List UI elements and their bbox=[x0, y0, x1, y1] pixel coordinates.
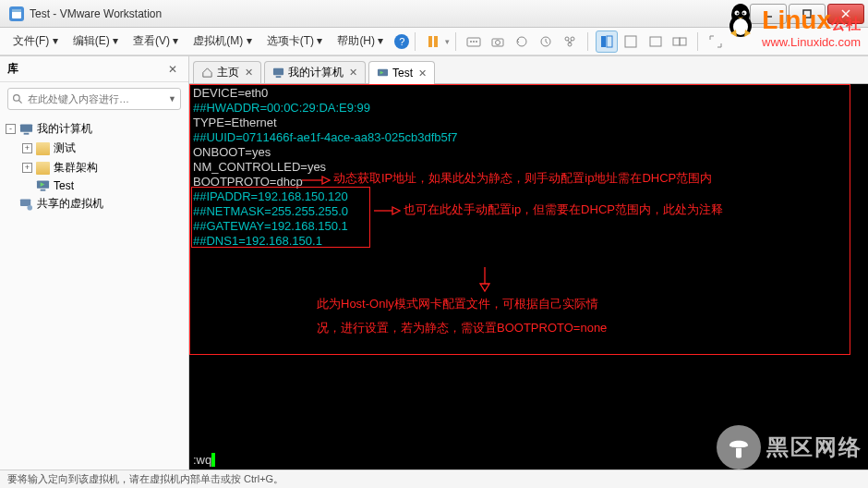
sidebar-close-button[interactable]: ✕ bbox=[164, 63, 181, 76]
folder-icon bbox=[36, 142, 50, 155]
terminal-line: DEVICE=eth0 bbox=[193, 86, 864, 101]
arrow-icon bbox=[302, 174, 330, 190]
svg-rect-37 bbox=[273, 68, 283, 75]
watermark-linux: Linux公社 www.Linuxidc.com bbox=[723, 2, 861, 49]
svg-rect-33 bbox=[41, 189, 46, 191]
svg-point-36 bbox=[27, 204, 32, 210]
tree-my-computer[interactable]: - 我的计算机 bbox=[6, 119, 183, 139]
tab-close-icon[interactable]: ✕ bbox=[349, 67, 357, 79]
terminal-line: ONBOOT=yes bbox=[193, 145, 864, 160]
sidebar-search[interactable]: ▼ bbox=[7, 88, 181, 110]
tree-folder-cluster[interactable]: + 集群架构 bbox=[22, 158, 183, 177]
svg-point-28 bbox=[14, 94, 20, 101]
svg-marker-46 bbox=[480, 284, 489, 291]
terminal-line: ##UUID=0711466f-ae1f-4ace-aa83-025cb3dfb… bbox=[193, 130, 864, 145]
svg-rect-24 bbox=[625, 36, 636, 47]
status-bar: 要将输入定向到该虚拟机，请在虚拟机内部单击或按 Ctrl+G。 bbox=[0, 470, 868, 488]
view-console-button[interactable] bbox=[620, 30, 642, 53]
menu-vm[interactable]: 虚拟机(M) ▾ bbox=[186, 30, 259, 53]
monitor-icon bbox=[19, 123, 33, 136]
svg-rect-26 bbox=[673, 38, 680, 45]
menu-edit[interactable]: 编辑(E) ▾ bbox=[66, 30, 126, 53]
svg-rect-27 bbox=[680, 38, 686, 45]
app-icon bbox=[9, 6, 24, 21]
vm-icon bbox=[36, 179, 50, 192]
vm-tree: - 我的计算机 + 测试 + 集群架构 Test bbox=[0, 116, 188, 217]
terminal-command-line: :wq bbox=[193, 453, 215, 468]
mushroom-icon bbox=[717, 425, 761, 470]
send-key-button[interactable] bbox=[463, 30, 485, 53]
svg-point-52 bbox=[737, 13, 739, 15]
expander-icon[interactable]: - bbox=[6, 124, 16, 134]
menu-file[interactable]: 文件(F) ▾ bbox=[6, 30, 66, 53]
annotation-note3b: 况，进行设置，若为静态，需设置BOOTPROTO=none bbox=[317, 321, 607, 336]
window-title: Test - VMware Workstation bbox=[30, 7, 748, 20]
watermark-heiqu: 黑区网络 bbox=[717, 425, 862, 470]
svg-point-12 bbox=[476, 41, 477, 43]
tab-close-icon[interactable]: ✕ bbox=[418, 67, 427, 79]
sidebar-title: 库 bbox=[7, 61, 18, 77]
fullscreen-button[interactable] bbox=[645, 30, 667, 53]
terminal-console[interactable]: DEVICE=eth0##HWADDR=00:0C:29:DA:E9:99TYP… bbox=[189, 84, 868, 470]
view-thumbnail-button[interactable] bbox=[596, 30, 618, 53]
svg-rect-23 bbox=[607, 36, 612, 47]
unity-button[interactable] bbox=[669, 30, 691, 53]
tab-close-icon[interactable]: ✕ bbox=[245, 67, 253, 79]
tab-test[interactable]: Test ✕ bbox=[368, 61, 435, 84]
svg-marker-42 bbox=[322, 177, 330, 184]
annotation-note3a: 此为Host-Only模式网卡配置文件，可根据自己实际情 bbox=[317, 297, 598, 311]
tab-home[interactable]: 主页 ✕ bbox=[193, 61, 261, 83]
monitor-icon bbox=[272, 67, 284, 79]
vm-running-icon bbox=[377, 67, 389, 79]
annotation-note1: 动态获取IP地址，如果此处为静态，则手动配置ip地址需在DHCP范围内 bbox=[333, 171, 712, 186]
tux-icon bbox=[723, 2, 758, 39]
search-dropdown-icon[interactable]: ▼ bbox=[168, 94, 176, 104]
svg-point-53 bbox=[742, 13, 744, 15]
pause-button[interactable] bbox=[422, 30, 444, 53]
tab-bar: 主页 ✕ 我的计算机 ✕ Test ✕ bbox=[189, 56, 868, 84]
sidebar: 库 ✕ ▼ - 我的计算机 + 测试 + bbox=[0, 56, 189, 470]
shared-vm-icon bbox=[19, 198, 33, 211]
tree-item-test[interactable]: Test bbox=[22, 177, 183, 194]
expander-icon[interactable]: + bbox=[22, 163, 32, 173]
svg-marker-44 bbox=[392, 207, 400, 214]
svg-rect-31 bbox=[24, 132, 30, 134]
svg-rect-38 bbox=[276, 76, 282, 78]
svg-rect-30 bbox=[20, 124, 32, 131]
arrow-icon bbox=[374, 204, 400, 221]
menu-help[interactable]: 帮助(H) ▾ bbox=[330, 30, 391, 53]
menu-tabs[interactable]: 选项卡(T) ▾ bbox=[259, 30, 331, 53]
svg-point-10 bbox=[470, 41, 472, 43]
menu-view[interactable]: 查看(V) ▾ bbox=[126, 30, 186, 53]
svg-rect-35 bbox=[20, 199, 30, 206]
tree-shared-vm[interactable]: 共享的虚拟机 bbox=[6, 194, 183, 214]
home-icon bbox=[201, 67, 213, 79]
svg-rect-2 bbox=[12, 9, 21, 12]
revert-snapshot-button[interactable] bbox=[511, 30, 533, 53]
tab-my-computer[interactable]: 我的计算机 ✕ bbox=[264, 61, 366, 83]
annotation-note2: 也可在此处手动配置ip，但需要在DHCP范围内，此处为注释 bbox=[404, 202, 723, 217]
arrow-down-icon bbox=[476, 267, 494, 295]
terminal-line: ##HWADDR=00:0C:29:DA:E9:99 bbox=[193, 101, 864, 116]
svg-rect-7 bbox=[428, 36, 432, 47]
help-icon[interactable]: ? bbox=[394, 34, 409, 49]
tree-folder-test[interactable]: + 测试 bbox=[22, 139, 183, 158]
svg-line-29 bbox=[18, 100, 21, 103]
manage-snapshot-button[interactable] bbox=[535, 30, 557, 53]
svg-point-14 bbox=[496, 40, 500, 44]
svg-point-11 bbox=[473, 41, 475, 43]
expander-icon[interactable]: + bbox=[22, 143, 32, 153]
search-input[interactable] bbox=[24, 93, 168, 104]
svg-rect-25 bbox=[650, 37, 661, 46]
folder-icon bbox=[36, 162, 50, 175]
status-text: 要将输入定向到该虚拟机，请在虚拟机内部单击或按 Ctrl+G。 bbox=[7, 472, 283, 486]
svg-rect-22 bbox=[601, 36, 606, 47]
annotation-box-ipblock bbox=[191, 187, 370, 248]
snapshot-button[interactable] bbox=[487, 30, 509, 53]
search-icon bbox=[12, 93, 24, 105]
snapshot-manager-button[interactable] bbox=[559, 30, 581, 53]
terminal-line: TYPE=Ethernet bbox=[193, 116, 864, 130]
svg-rect-8 bbox=[434, 36, 438, 47]
